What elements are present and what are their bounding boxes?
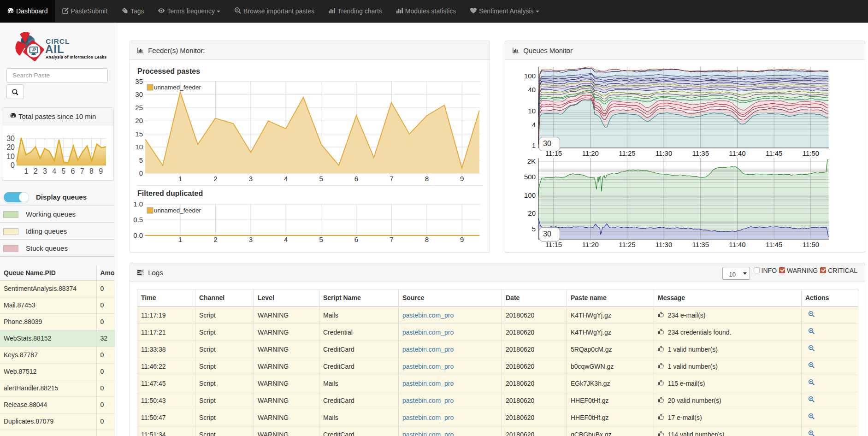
svg-text:0: 0 [11,161,15,169]
svg-text:3: 3 [43,167,47,175]
svg-text:2K: 2K [527,157,536,165]
svg-text:8: 8 [425,236,429,243]
svg-text:100: 100 [524,191,536,199]
svg-text:10: 10 [6,153,15,160]
svg-text:0: 0 [139,169,143,177]
svg-text:1: 1 [532,141,536,149]
svg-text:500: 500 [524,173,536,181]
svg-text:5: 5 [319,175,323,183]
svg-text:25: 25 [135,104,143,112]
svg-text:8: 8 [425,175,429,183]
svg-text:11:45: 11:45 [766,241,782,248]
svg-text:9: 9 [460,236,464,243]
svg-text:5: 5 [532,225,536,233]
svg-text:30: 30 [6,135,15,142]
svg-text:5: 5 [139,156,143,164]
svg-text:unnamed_feeder: unnamed_feeder [154,84,201,91]
svg-text:unnamed_feeder: unnamed_feeder [154,207,201,214]
svg-text:4: 4 [532,121,536,129]
svg-text:11:30: 11:30 [655,241,672,248]
svg-text:9: 9 [460,175,464,183]
svg-text:8: 8 [89,167,94,175]
svg-text:15: 15 [135,130,143,138]
svg-text:4: 4 [284,236,288,243]
svg-text:10: 10 [528,107,536,115]
svg-text:7: 7 [390,175,393,183]
svg-text:0.5: 0.5 [133,216,143,224]
svg-text:11:40: 11:40 [729,241,745,248]
svg-text:11:35: 11:35 [692,241,709,248]
svg-text:40: 40 [528,86,536,94]
svg-text:3: 3 [249,175,253,183]
svg-text:100: 100 [524,72,536,80]
svg-text:0.0: 0.0 [133,231,143,239]
svg-text:1: 1 [24,167,29,175]
svg-text:11:50: 11:50 [803,241,819,248]
svg-text:1: 1 [178,236,182,243]
svg-text:2: 2 [213,175,217,183]
svg-text:2: 2 [213,236,217,243]
svg-text:20: 20 [528,209,536,217]
svg-text:7: 7 [390,236,393,243]
svg-text:20: 20 [135,117,143,124]
svg-text:5: 5 [61,167,65,175]
svg-text:5: 5 [319,236,323,243]
svg-text:10: 10 [135,143,143,151]
svg-text:1.0: 1.0 [133,200,143,208]
svg-text:11:20: 11:20 [582,241,598,248]
svg-text:6: 6 [354,175,358,183]
svg-text:11:15: 11:15 [545,241,562,248]
svg-text:3: 3 [249,236,253,243]
svg-text:4: 4 [52,167,56,175]
svg-text:1: 1 [178,175,182,183]
svg-text:Analysis of Information Leaks: Analysis of Information Leaks [46,55,106,59]
svg-text:35: 35 [135,77,143,85]
svg-text:11:25: 11:25 [619,241,635,248]
svg-text:6: 6 [354,236,358,243]
svg-text:AIL: AIL [45,43,65,55]
svg-text:2: 2 [34,167,38,175]
svg-text:20: 20 [6,143,15,151]
svg-text:6: 6 [71,167,75,175]
svg-text:30: 30 [135,90,143,98]
svg-text:4: 4 [284,175,288,183]
svg-text:7: 7 [80,167,84,175]
svg-text:9: 9 [99,167,103,175]
